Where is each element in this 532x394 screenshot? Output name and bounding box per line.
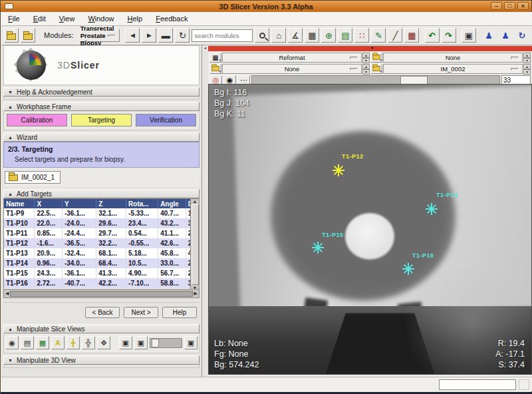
- annotation-button[interactable]: A: [51, 336, 65, 349]
- slice-view-viewport[interactable]: Bg I: 116 Bg J: 104 Bg K: 11 Lb: None Fg…: [208, 84, 532, 375]
- table-row[interactable]: T1-P1022.0...-24.0...29.6...23.4...43.2.…: [4, 218, 196, 228]
- search-modules-input[interactable]: [192, 29, 253, 42]
- foreground-spinner[interactable]: ▲▼: [523, 53, 531, 63]
- labelmap-spinner[interactable]: ▲▼: [362, 64, 370, 74]
- title-bar[interactable]: 3D Slicer Version 3.3 Alpha – □ ×: [1, 1, 531, 12]
- scroll-thumb[interactable]: [10, 291, 192, 297]
- wizard-header[interactable]: ▲ Wizard: [3, 132, 200, 142]
- scroll-up-icon[interactable]: ▲: [193, 199, 198, 204]
- module-selector-dropdown[interactable]: Transrectal Prostate Biopsy: [80, 29, 120, 42]
- calibration-phase-button[interactable]: Calibration: [7, 114, 67, 126]
- table-vertical-scrollbar[interactable]: ▲ ▼: [190, 199, 199, 290]
- manipulate-3d-view-header[interactable]: ▼ Manipulate 3D View: [3, 355, 200, 365]
- fiducial-marker-selected[interactable]: [332, 164, 344, 176]
- visibility-toggle-button[interactable]: ◉: [5, 336, 19, 349]
- volume-selector-button[interactable]: IM_0002_1: [5, 171, 61, 184]
- fiducial-marker[interactable]: [426, 203, 438, 215]
- volumes-module-button[interactable]: ▦: [305, 28, 319, 43]
- mannequin-view-button-1[interactable]: ♟: [481, 28, 496, 43]
- previous-module-button[interactable]: ◀: [125, 28, 140, 43]
- scroll-left-icon[interactable]: ◀: [5, 291, 9, 296]
- targeting-phase-button[interactable]: Targeting: [71, 114, 132, 126]
- help-button[interactable]: Help: [162, 307, 197, 318]
- background-volume-button[interactable]: ▾: [370, 64, 382, 74]
- add-targets-header[interactable]: ▲ Add Targets: [3, 189, 200, 198]
- menu-feedback[interactable]: Feedback: [156, 15, 188, 23]
- help-acknowledgement-header[interactable]: ▼ Help & Acknowledgement: [3, 87, 200, 97]
- slider-handle[interactable]: [152, 339, 159, 347]
- fiducials-module-button[interactable]: ∷: [354, 28, 369, 43]
- menu-file[interactable]: File: [8, 15, 20, 23]
- table-row[interactable]: T1-P1320.9...-32.4...68.1...5.18...45.8.…: [4, 248, 196, 258]
- transforms-module-button[interactable]: ∡: [288, 28, 303, 43]
- layout-stack-button-1[interactable]: ▣: [119, 336, 132, 349]
- next-module-button[interactable]: ▶: [142, 28, 156, 43]
- colors-module-button[interactable]: ▦: [404, 28, 419, 43]
- module-history-button[interactable]: ▬: [158, 28, 173, 43]
- table-row[interactable]: T1-P110.85...-24.4...29.7...0.54...41.1.…: [4, 228, 196, 238]
- data-module-button[interactable]: ▤: [338, 28, 352, 43]
- save-scene-button[interactable]: [21, 28, 35, 43]
- workphase-frame-header[interactable]: ▲ Workphase Frame: [3, 102, 200, 111]
- fiducial-marker[interactable]: [402, 263, 414, 275]
- close-button[interactable]: ×: [517, 2, 529, 10]
- labelmap-button[interactable]: ▾: [209, 64, 221, 74]
- col-x[interactable]: X: [35, 199, 63, 208]
- mannequin-view-button-2[interactable]: ♟: [498, 28, 513, 43]
- col-name[interactable]: Name: [4, 199, 35, 208]
- refresh-views-button[interactable]: ↻: [515, 28, 529, 43]
- col-angle[interactable]: Angle: [158, 199, 186, 208]
- load-scene-button[interactable]: [4, 28, 19, 43]
- orientation-spinner[interactable]: ▲▼: [362, 53, 370, 63]
- redo-button[interactable]: ↷: [442, 28, 456, 43]
- layout-stack-button-2[interactable]: ▣: [134, 336, 148, 349]
- grid-button[interactable]: ╬: [82, 336, 95, 349]
- scroll-right-icon[interactable]: ▶: [194, 291, 198, 296]
- col-z[interactable]: Z: [96, 199, 126, 208]
- reformat-button[interactable]: ▦▾: [209, 53, 221, 63]
- menu-view[interactable]: View: [59, 15, 75, 23]
- table-row[interactable]: T1-P140.96...-34.0...68.4...10.5...33.0.…: [4, 258, 196, 268]
- models-module-button[interactable]: ⊕: [321, 28, 336, 43]
- editor-module-button[interactable]: ✎: [371, 28, 386, 43]
- next-button[interactable]: Next >: [124, 307, 158, 318]
- foreground-dropdown[interactable]: None: [383, 53, 523, 63]
- search-modules-button[interactable]: [255, 28, 269, 43]
- side-panel-button[interactable]: ▣: [184, 336, 198, 349]
- slice-opacity-slider[interactable]: [150, 338, 182, 348]
- scroll-thumb[interactable]: [192, 204, 199, 285]
- menu-help[interactable]: Help: [128, 15, 143, 23]
- table-row[interactable]: T1-P1524.3...-36.1...41.3...4.90...56.7.…: [4, 268, 196, 278]
- home-module-button[interactable]: ⌂: [271, 28, 286, 43]
- menu-edit[interactable]: Edit: [33, 15, 46, 23]
- layer-compositing-button[interactable]: ▤: [21, 336, 34, 349]
- table-row[interactable]: T1-P162.72...-40.7...42.2...-7.10...58.8…: [4, 278, 196, 288]
- col-y[interactable]: Y: [62, 199, 96, 208]
- background-spinner[interactable]: ▲▼: [523, 64, 531, 74]
- background-dropdown[interactable]: IM_0002: [383, 64, 523, 74]
- menu-window[interactable]: Window: [88, 15, 114, 23]
- label-opacity-button[interactable]: ▦: [36, 336, 49, 349]
- fit-to-window-button[interactable]: ✥: [97, 336, 110, 349]
- maximize-button[interactable]: □: [504, 2, 515, 10]
- minimize-button[interactable]: –: [491, 2, 502, 10]
- panel-splitter[interactable]: ◂: [202, 45, 208, 377]
- labelmap-dropdown[interactable]: None: [222, 64, 362, 74]
- slice-color-bar[interactable]: ▲: [208, 46, 532, 51]
- manipulate-slice-views-header[interactable]: ▲ Manipulate Slice Views: [3, 324, 200, 333]
- undo-button[interactable]: ↶: [425, 28, 440, 43]
- back-button[interactable]: < Back: [85, 307, 120, 318]
- crosshair-button[interactable]: ╋: [66, 336, 80, 349]
- orientation-dropdown[interactable]: Reformat: [222, 53, 362, 63]
- verification-phase-button[interactable]: Verification: [136, 114, 196, 126]
- table-row[interactable]: T1-P12-1.6...-36.5...32.2...-0.55...42.6…: [4, 238, 196, 248]
- measurements-module-button[interactable]: ╱: [388, 28, 402, 43]
- resize-grip[interactable]: [519, 379, 529, 390]
- col-rotation[interactable]: Rota...: [126, 199, 158, 208]
- foreground-volume-button[interactable]: ▾: [370, 53, 382, 63]
- module-refresh-button[interactable]: ↻: [175, 28, 190, 43]
- fiducial-marker[interactable]: [312, 242, 324, 254]
- table-row[interactable]: T1-P922.5...-36.1...32.1...-5.33...40.7.…: [4, 208, 196, 218]
- table-horizontal-scrollbar[interactable]: ◀ ▶: [4, 289, 199, 297]
- screen-capture-button[interactable]: ▣: [462, 28, 476, 43]
